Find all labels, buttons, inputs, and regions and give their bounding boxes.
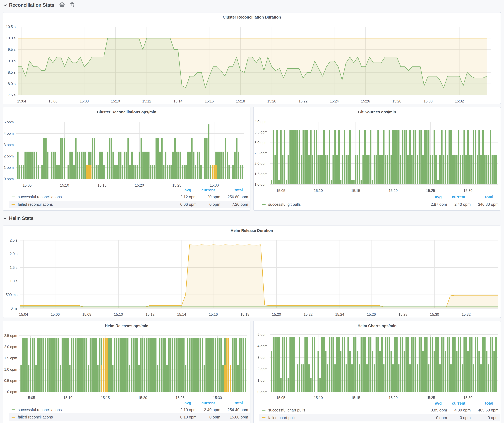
svg-text:15:22: 15:22	[299, 99, 308, 103]
svg-text:8.5 s: 8.5 s	[8, 70, 16, 74]
legend-col-total[interactable]: total	[205, 187, 243, 194]
svg-text:15:26: 15:26	[367, 312, 376, 317]
grafana-dashboard: {"colors":{"page_bg":"#f7f8fa","panel_bg…	[0, 0, 504, 423]
svg-text:1.0 s: 1.0 s	[10, 279, 18, 283]
svg-text:10.0 s: 10.0 s	[6, 36, 16, 40]
legend-series-label[interactable]: successful git pulls	[268, 201, 301, 208]
svg-text:15:30: 15:30	[463, 189, 473, 193]
row-settings-button[interactable]	[59, 2, 65, 8]
svg-text:15:04: 15:04	[19, 312, 28, 317]
legend-series-label[interactable]: failed reconciliations	[18, 413, 53, 421]
svg-text:15:05: 15:05	[26, 396, 35, 400]
svg-text:2 opm: 2 opm	[4, 154, 14, 158]
svg-text:15:28: 15:28	[392, 99, 401, 103]
legend-header-row: avg current total	[3, 400, 250, 406]
panel-helm-releases-ops: Helm Releases ops/min 2.5 opm2.0 opm1.5 …	[3, 321, 251, 423]
chart-cluster-reconciliation-duration[interactable]: 10.5 s10.0 s9.5 s9.0 s8.5 s8.0 s7.5 s15:…	[3, 12, 501, 104]
svg-text:15:20: 15:20	[272, 312, 281, 317]
panel-helm-charts-ops: Helm Charts ops/min 5 opm4 opm3 opm2 opm…	[253, 321, 501, 423]
svg-text:15:20: 15:20	[267, 99, 276, 103]
svg-text:2.5 opm: 2.5 opm	[254, 151, 267, 155]
legend-row: successful reconciliations 2.12 opm 1.20…	[9, 193, 250, 201]
svg-text:4 opm: 4 opm	[4, 131, 14, 135]
svg-text:7.5 s: 7.5 s	[8, 93, 16, 97]
svg-text:15:32: 15:32	[455, 99, 464, 103]
legend-row: failed reconciliations 0.13 opm 0 opm 15…	[9, 413, 250, 421]
dashboard-row-header-reconciliation-stats[interactable]: Reconciliation Stats	[3, 1, 75, 9]
svg-text:15:14: 15:14	[174, 99, 182, 103]
series-color-dash-icon[interactable]	[262, 417, 265, 418]
legend-series-label[interactable]: successful chart pulls	[268, 406, 305, 414]
svg-text:1.0 opm: 1.0 opm	[4, 367, 17, 371]
svg-text:3.5 opm: 3.5 opm	[254, 130, 267, 134]
legend-col-total[interactable]: total	[205, 400, 243, 406]
series-color-dash-icon[interactable]	[12, 417, 15, 417]
panel-git-sources-ops: Git Sources ops/min 4.0 opm3.5 opm3.0 op…	[253, 107, 501, 211]
row-title[interactable]: Helm Stats	[9, 216, 34, 221]
svg-text:15:10: 15:10	[114, 312, 123, 317]
legend-series-label[interactable]: failed chart pulls	[268, 414, 296, 422]
svg-text:15:10: 15:10	[111, 99, 120, 103]
svg-text:15:30: 15:30	[424, 99, 433, 103]
legend-total-value: 0 opm	[458, 414, 498, 422]
svg-text:15:24: 15:24	[330, 99, 339, 103]
svg-text:15:16: 15:16	[209, 312, 218, 317]
svg-text:10.5 s: 10.5 s	[6, 25, 16, 29]
chart-helm-release-duration[interactable]: 2.5 s2.0 s1.5 s1.0 s500 ms0 ns15:0415:06…	[3, 226, 501, 317]
svg-text:15:12: 15:12	[142, 99, 151, 103]
svg-text:15:06: 15:06	[51, 312, 60, 317]
svg-text:15:25: 15:25	[176, 396, 185, 400]
legend-header-row: avg current total	[3, 187, 250, 194]
svg-text:15:15: 15:15	[101, 396, 110, 400]
svg-text:9.5 s: 9.5 s	[8, 47, 16, 52]
series-color-dash-icon[interactable]	[262, 410, 265, 411]
legend-series-label[interactable]: successful reconciliations	[18, 193, 62, 201]
row-delete-button[interactable]	[70, 2, 75, 8]
svg-text:15:32: 15:32	[462, 312, 471, 317]
svg-text:2.0 s: 2.0 s	[10, 252, 18, 256]
svg-text:15:25: 15:25	[426, 189, 435, 193]
chevron-down-icon[interactable]	[3, 216, 7, 220]
legend-series-label[interactable]: successful reconciliations	[18, 406, 62, 413]
svg-text:15:30: 15:30	[463, 396, 473, 400]
svg-text:0 ns: 0 ns	[11, 306, 18, 310]
legend-total-value: 254.40 opm	[208, 406, 248, 413]
svg-text:3 opm: 3 opm	[258, 356, 267, 360]
legend-total-value: 15.60 opm	[208, 413, 248, 421]
svg-text:1 opm: 1 opm	[258, 378, 267, 382]
legend-row: failed chart pulls 0 opm 0 opm 0 opm	[259, 414, 500, 422]
svg-text:1.0 opm: 1.0 opm	[254, 182, 267, 186]
legend-col-total[interactable]: total	[456, 194, 493, 200]
legend-series-label[interactable]: failed reconciliations	[18, 201, 53, 208]
series-color-dash-icon[interactable]	[12, 409, 15, 410]
series-color-dash-icon[interactable]	[12, 204, 15, 205]
legend-col-total[interactable]: total	[456, 400, 493, 407]
svg-text:15:20: 15:20	[138, 396, 147, 400]
svg-text:15:06: 15:06	[48, 99, 58, 103]
svg-text:15:22: 15:22	[304, 312, 313, 317]
svg-text:15:10: 15:10	[314, 189, 323, 193]
svg-text:1.5 s: 1.5 s	[10, 265, 18, 270]
legend-row: failed reconciliations 0.06 opm 0 opm 7.…	[9, 201, 250, 208]
chevron-down-icon[interactable]	[3, 3, 7, 7]
series-color-dash-icon[interactable]	[12, 197, 15, 197]
legend-header-row: avg current total	[253, 194, 501, 200]
legend-total-value: 7.20 opm	[208, 201, 248, 208]
legend-total-value: 346.80 opm	[458, 201, 498, 208]
row-title[interactable]: Reconciliation Stats	[9, 2, 54, 8]
svg-text:15:20: 15:20	[389, 396, 398, 400]
dashboard-row-header-helm-stats[interactable]: Helm Stats	[3, 215, 34, 222]
svg-text:15:30: 15:30	[430, 312, 439, 317]
svg-text:15:08: 15:08	[80, 99, 89, 103]
svg-text:15:15: 15:15	[351, 189, 360, 193]
svg-text:2 opm: 2 opm	[258, 367, 267, 371]
svg-text:0 opm: 0 opm	[258, 390, 267, 394]
panel-cluster-reconciliations-ops: Cluster Reconciliations ops/min 5 opm4 o…	[3, 107, 251, 211]
svg-text:15:24: 15:24	[335, 312, 344, 317]
svg-text:1 opm: 1 opm	[4, 165, 14, 170]
legend-row: successful chart pulls 3.85 opm 4.80 opm…	[259, 406, 500, 414]
svg-text:15:30: 15:30	[213, 396, 222, 400]
svg-text:15:04: 15:04	[17, 99, 26, 103]
legend-header-row: avg current total	[253, 400, 501, 407]
series-color-dash-icon[interactable]	[262, 204, 265, 205]
